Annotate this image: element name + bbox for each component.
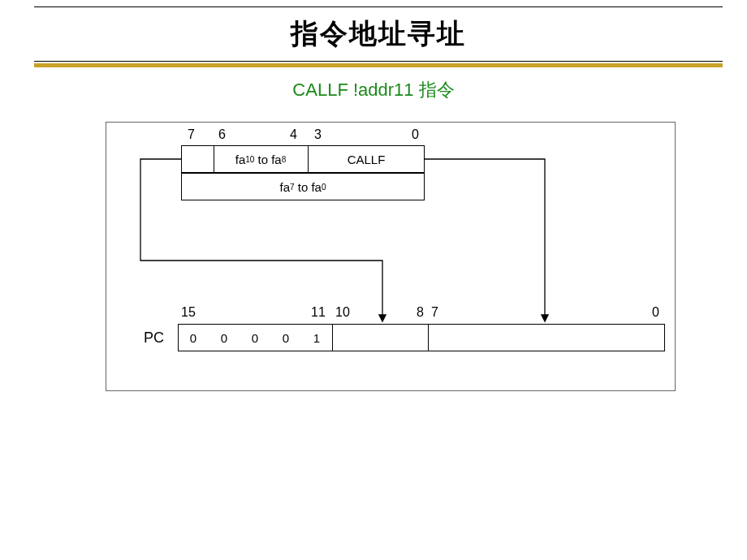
- pc-bit-15: 0: [178, 324, 209, 351]
- mid-rule: [34, 61, 723, 62]
- pc-bit-13: 0: [240, 324, 270, 351]
- pc-fixed-bits: 0 0 0 0 1: [178, 324, 332, 351]
- diagram-container: 7 6 4 3 0 fa10 to fa8 CALLF fa7 to fa0 1…: [106, 122, 676, 391]
- pc-tick-11: 11: [311, 305, 326, 320]
- cell-fa-hi: fa10 to fa8: [214, 145, 308, 173]
- pc-tick-0: 0: [652, 305, 659, 320]
- instr-row2: fa7 to fa0: [181, 173, 425, 200]
- subtitle: CALLF !addr11 指令: [0, 78, 747, 102]
- pc-div1: [332, 324, 333, 351]
- tick-3: 3: [314, 127, 322, 142]
- pc-bit-12: 0: [270, 324, 301, 351]
- gold-underline: [34, 63, 723, 67]
- tick-7: 7: [188, 127, 195, 142]
- slide: 指令地址寻址 CALLF !addr11 指令 7 6 4 3 0 fa10 t…: [0, 0, 747, 560]
- pc-div2: [428, 324, 429, 351]
- pc-tick-10: 10: [335, 305, 350, 320]
- tick-4: 4: [290, 127, 297, 142]
- top-rule: [34, 6, 723, 7]
- arrow-fa-lo-to-pc: [425, 159, 545, 321]
- tick-0: 0: [412, 127, 419, 142]
- pc-tick-8: 8: [417, 305, 424, 320]
- pc-bit-14: 0: [209, 324, 240, 351]
- header: 指令地址寻址: [34, 6, 723, 67]
- page-title: 指令地址寻址: [34, 9, 723, 61]
- cell-callf: CALLF: [308, 145, 425, 173]
- pc-bit-11: 1: [301, 324, 332, 351]
- pc-label: PC: [144, 330, 164, 347]
- pc-tick-7: 7: [431, 305, 438, 320]
- tick-6: 6: [218, 127, 226, 142]
- pc-tick-15: 15: [181, 305, 196, 320]
